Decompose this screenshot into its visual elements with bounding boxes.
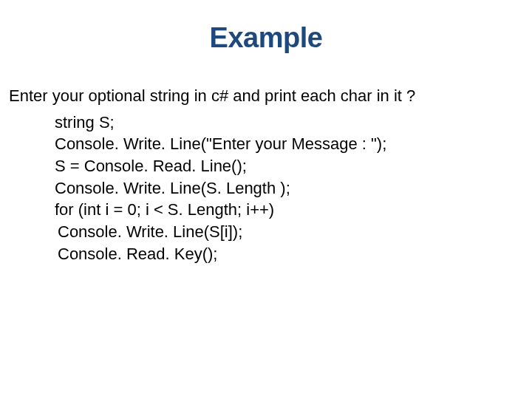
code-line: Console. Read. Key();: [55, 243, 523, 265]
code-line: Console. Write. Line("Enter your Message…: [55, 133, 523, 155]
code-line: Console. Write. Line(S. Length );: [55, 177, 523, 200]
code-line: Console. Write. Line(S[i]);: [55, 221, 523, 243]
slide-container: Example Enter your optional string in c#…: [0, 0, 532, 399]
code-line: S = Console. Read. Line();: [55, 155, 523, 177]
code-block: string S; Console. Write. Line("Enter yo…: [9, 112, 523, 265]
slide-title: Example: [9, 22, 523, 54]
code-line: for (int i = 0; i < S. Length; i++): [55, 199, 523, 221]
code-line: string S;: [55, 112, 523, 134]
prompt-text: Enter your optional string in c# and pri…: [9, 85, 523, 107]
